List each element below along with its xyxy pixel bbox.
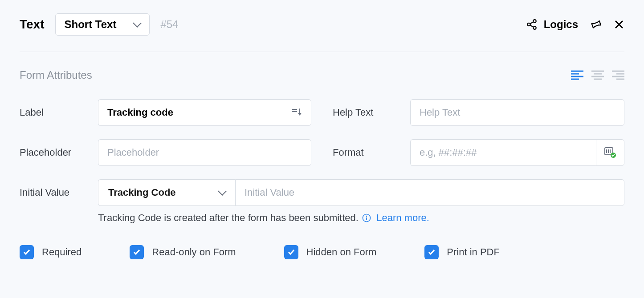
checkbox-icon: [424, 245, 439, 259]
label-input[interactable]: [98, 99, 283, 126]
label-field-label: Label: [20, 107, 98, 118]
svg-point-1: [527, 23, 530, 26]
required-checkbox[interactable]: Required: [20, 245, 82, 259]
align-group: [571, 70, 624, 80]
header: Text Short Text #54 Logics: [20, 13, 624, 36]
chevron-down-icon: [133, 19, 142, 28]
hidden-label: Hidden on Form: [306, 246, 377, 258]
format-field-label: Format: [333, 147, 410, 158]
logics-button[interactable]: Logics: [526, 18, 578, 31]
format-input[interactable]: [410, 139, 596, 166]
type-select-value: Short Text: [65, 18, 117, 31]
helper-text: Tracking Code is created after the form …: [98, 212, 359, 223]
required-label: Required: [42, 246, 82, 258]
checkbox-icon: [284, 245, 298, 259]
field-type-title: Text: [20, 17, 45, 32]
share-icon: [526, 19, 538, 30]
field-id: #54: [160, 18, 178, 31]
format-addon-button[interactable]: [596, 139, 624, 166]
placeholder-field-label: Placeholder: [20, 147, 98, 158]
row-initial-value: Initial Value Tracking Code: [20, 179, 624, 206]
checkbox-row: Required Read-only on Form Hidden on For…: [20, 245, 624, 259]
info-icon[interactable]: [362, 213, 371, 222]
svg-point-2: [533, 26, 536, 29]
checkbox-icon: [20, 245, 34, 259]
align-right-icon[interactable]: [612, 70, 624, 80]
barcode-check-icon: [603, 147, 617, 158]
svg-line-3: [530, 22, 533, 24]
readonly-label: Read-only on Form: [152, 246, 236, 258]
form-attributes-section: Form Attributes: [20, 69, 624, 81]
row-placeholder-format: Placeholder Format: [20, 139, 624, 166]
placeholder-input[interactable]: [98, 139, 311, 166]
printpdf-label: Print in PDF: [447, 246, 500, 258]
checkbox-icon: [130, 245, 144, 259]
initialvalue-field-label: Initial Value: [20, 187, 98, 198]
initialvalue-select[interactable]: Tracking Code: [98, 179, 235, 206]
insert-line-icon: [291, 108, 303, 117]
readonly-checkbox[interactable]: Read-only on Form: [130, 245, 236, 259]
svg-point-28: [366, 216, 367, 217]
initialvalue-select-value: Tracking Code: [108, 187, 176, 198]
header-right: Logics: [526, 18, 624, 31]
label-addon-button[interactable]: [283, 99, 311, 126]
hidden-checkbox[interactable]: Hidden on Form: [284, 245, 377, 259]
svg-point-0: [533, 20, 536, 23]
divider: [20, 52, 624, 52]
section-title: Form Attributes: [20, 69, 92, 81]
initialvalue-helper: Tracking Code is created after the form …: [98, 212, 624, 224]
learn-more-link[interactable]: Learn more.: [376, 212, 429, 223]
initialvalue-input[interactable]: [235, 179, 624, 206]
printpdf-checkbox[interactable]: Print in PDF: [424, 245, 500, 259]
row-label-helptext: Label Help Text: [20, 99, 624, 126]
align-center-icon[interactable]: [591, 70, 604, 80]
chevron-down-icon: [218, 187, 227, 196]
logics-label: Logics: [544, 18, 578, 31]
header-left: Text Short Text #54: [20, 13, 178, 36]
type-select[interactable]: Short Text: [55, 13, 150, 36]
align-left-icon[interactable]: [571, 70, 583, 80]
helptext-input[interactable]: [410, 99, 624, 126]
pin-icon[interactable]: [590, 18, 602, 31]
svg-line-4: [530, 25, 533, 27]
close-icon[interactable]: [614, 19, 624, 30]
helptext-field-label: Help Text: [333, 107, 410, 118]
